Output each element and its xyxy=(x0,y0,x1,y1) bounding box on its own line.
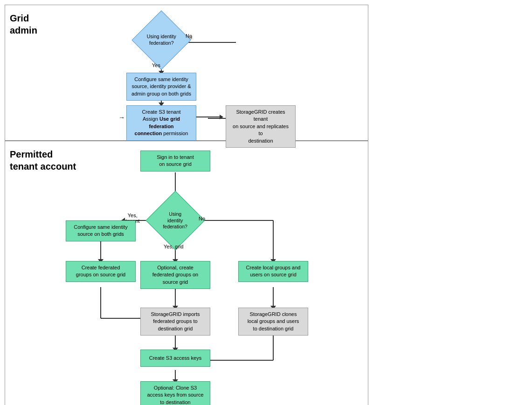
bottom-yes-grid-label: Yes, grid xyxy=(164,244,183,249)
top-diamond-text: Using identityfederation? xyxy=(146,34,176,46)
bottom-clone-s3-box: Optional: Clone S3access keys from sourc… xyxy=(140,381,210,405)
top-box2: Create S3 tenantAssign Use grid federati… xyxy=(126,105,196,141)
top-box1: Configure same identitysource, identity … xyxy=(126,73,196,101)
bottom-local-box: Create local groups andusers on source g… xyxy=(238,261,308,282)
bottom-diamond: Usingidentityfederation? xyxy=(154,199,196,241)
bottom-diamond-text: Usingidentityfederation? xyxy=(163,211,188,229)
top-box2-left-arrow: → xyxy=(118,114,125,121)
bottom-optional-fed-box: Optional, createfederated groups onsourc… xyxy=(140,261,210,289)
bottom-federated-box: Create federatedgroups on source grid xyxy=(66,261,136,282)
svg-marker-9 xyxy=(220,115,223,119)
bottom-configure-box: Configure same identitysource on both gr… xyxy=(66,220,136,241)
section-tenant: Permittedtenant account xyxy=(5,141,368,405)
bottom-sg-imports-box: StorageGRID importsfederated groups tode… xyxy=(140,308,210,336)
bottom-s3keys-box: Create S3 access keys xyxy=(140,350,210,367)
grid-admin-label: Gridadmin xyxy=(10,12,37,36)
bottom-start-box: Sign in to tenanton source grid xyxy=(140,151,210,172)
bottom-sg-clones-box: StorageGRID cloneslocal groups and users… xyxy=(238,308,308,336)
top-box3-text: StorageGRID creates tenanton source and … xyxy=(233,109,289,144)
top-diamond: Using identityfederation? xyxy=(140,19,182,61)
bottom-no-label: No xyxy=(199,216,205,221)
section-grid-admin: Gridadmin No xyxy=(5,5,368,141)
top-box1-text: Configure same identitysource, identity … xyxy=(131,76,191,96)
top-yes-label: Yes xyxy=(152,62,160,68)
top-no-label: No xyxy=(186,33,192,39)
